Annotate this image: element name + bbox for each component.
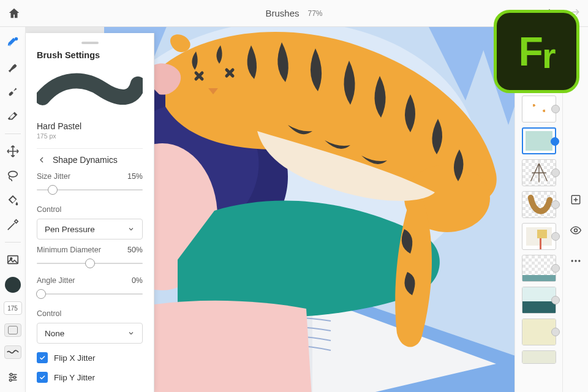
brush-preview bbox=[37, 67, 143, 110]
angle-jitter-label: Angle Jitter bbox=[37, 276, 75, 285]
document-title: Brushes bbox=[265, 8, 299, 18]
svg-point-4 bbox=[10, 374, 12, 376]
brush-settings-panel: Brush Settings Hard Pastel 175 px Shape … bbox=[26, 33, 154, 392]
brush-size-chip[interactable]: 175 bbox=[4, 301, 22, 315]
add-layer-icon[interactable] bbox=[570, 194, 582, 208]
min-diameter-value: 50% bbox=[127, 246, 143, 254]
svg-point-0 bbox=[14, 37, 18, 41]
separator bbox=[37, 148, 143, 149]
section-title: Shape Dynamics bbox=[53, 155, 118, 165]
color-swatch[interactable] bbox=[5, 277, 21, 293]
more-icon[interactable] bbox=[570, 255, 582, 270]
eraser-tool[interactable] bbox=[3, 107, 23, 126]
control2-select[interactable]: None bbox=[37, 323, 143, 344]
flip-x-checkbox[interactable]: Flip X Jitter bbox=[37, 352, 143, 363]
control1-value: Pen Pressure bbox=[45, 225, 95, 234]
layer-thumb[interactable] bbox=[522, 255, 556, 282]
tool-rail: 175 bbox=[0, 27, 26, 392]
svg-point-13 bbox=[575, 260, 576, 262]
move-tool[interactable] bbox=[3, 141, 23, 161]
size-jitter-label: Size Jitter bbox=[37, 172, 70, 181]
flip-x-label: Flip X Jitter bbox=[54, 353, 96, 363]
fill-tool[interactable] bbox=[3, 190, 23, 210]
app-badge-fresco: Fr bbox=[494, 10, 579, 93]
control2-label: Control bbox=[37, 309, 61, 318]
control1-label: Control bbox=[37, 205, 61, 214]
svg-point-5 bbox=[13, 376, 15, 379]
place-image-tool[interactable] bbox=[3, 250, 23, 270]
size-jitter-value: 15% bbox=[127, 172, 143, 181]
layer-thumb[interactable] bbox=[522, 318, 556, 345]
live-brush-tool[interactable] bbox=[3, 82, 23, 102]
brush-flow-chip[interactable] bbox=[4, 345, 21, 359]
svg-point-11 bbox=[574, 229, 577, 232]
layer-thumb[interactable] bbox=[522, 96, 556, 123]
layer-thumb[interactable] bbox=[522, 191, 556, 218]
settings-icon[interactable] bbox=[3, 368, 23, 387]
brush-name: Hard Pastel bbox=[37, 121, 143, 131]
svg-point-12 bbox=[571, 260, 573, 262]
min-diameter-label: Minimum Diameter bbox=[37, 246, 101, 254]
brush-shape-chip[interactable] bbox=[4, 323, 21, 337]
control2-value: None bbox=[45, 329, 64, 338]
panel-title: Brush Settings bbox=[37, 50, 143, 60]
min-diameter-slider[interactable] bbox=[37, 257, 143, 270]
angle-jitter-slider[interactable] bbox=[37, 287, 143, 301]
panel-grabber[interactable] bbox=[81, 42, 99, 44]
checkbox-checked-icon bbox=[37, 372, 48, 383]
section-back[interactable]: Shape Dynamics bbox=[37, 155, 143, 165]
control1-select[interactable]: Pen Pressure bbox=[37, 219, 143, 239]
svg-point-6 bbox=[9, 379, 12, 382]
lasso-tool[interactable] bbox=[3, 166, 23, 186]
zoom-level[interactable]: 77% bbox=[308, 9, 323, 18]
separator bbox=[5, 134, 21, 134]
flip-y-label: Flip Y Jitter bbox=[54, 373, 95, 382]
flip-y-checkbox[interactable]: Flip Y Jitter bbox=[37, 372, 143, 383]
layer-thumb[interactable] bbox=[522, 223, 556, 250]
eyedropper-tool[interactable] bbox=[3, 215, 23, 235]
pixel-brush-tool[interactable] bbox=[3, 33, 23, 53]
angle-jitter-value: 0% bbox=[132, 276, 143, 285]
back-arrow-icon bbox=[37, 155, 47, 165]
artboard[interactable] bbox=[104, 27, 514, 392]
layer-thumb[interactable] bbox=[522, 287, 556, 314]
checkbox-checked-icon bbox=[37, 352, 48, 363]
chevron-down-icon bbox=[127, 225, 135, 233]
home-icon[interactable] bbox=[7, 7, 21, 20]
svg-point-1 bbox=[8, 172, 17, 177]
size-jitter-slider[interactable] bbox=[37, 183, 143, 197]
vector-brush-tool[interactable] bbox=[3, 58, 23, 77]
brush-size-label: 175 px bbox=[37, 132, 143, 140]
separator bbox=[5, 242, 21, 243]
layer-thumb[interactable] bbox=[522, 350, 556, 364]
layer-thumb[interactable] bbox=[522, 159, 556, 186]
visibility-icon[interactable] bbox=[570, 224, 582, 239]
svg-point-14 bbox=[578, 260, 580, 262]
layer-thumb-selected[interactable] bbox=[522, 127, 556, 154]
chevron-down-icon bbox=[127, 330, 135, 337]
